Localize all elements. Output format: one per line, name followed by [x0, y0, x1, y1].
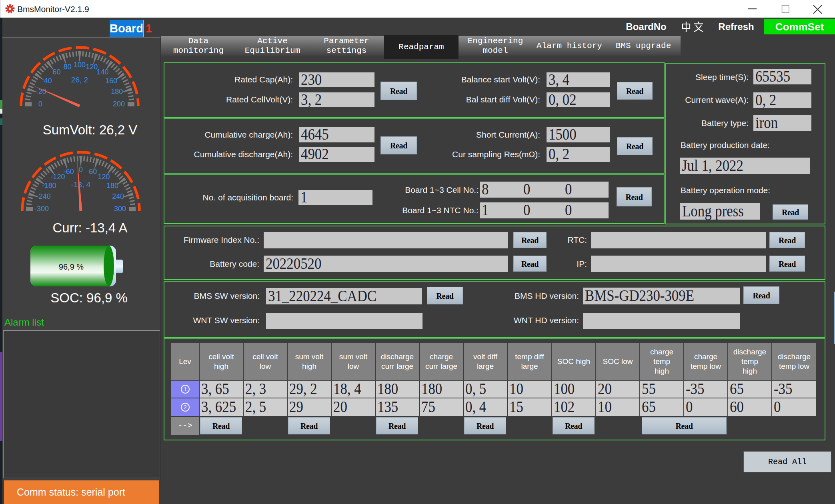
- svg-text:60: 60: [52, 68, 60, 76]
- svg-text:-120: -120: [50, 173, 65, 181]
- svg-text:-13, 4: -13, 4: [71, 180, 91, 189]
- svg-text:120: 120: [98, 173, 110, 181]
- svg-text:40: 40: [44, 77, 52, 85]
- svg-text:120: 120: [86, 63, 98, 71]
- svg-text:-60: -60: [64, 168, 74, 176]
- svg-text:180: 180: [106, 182, 118, 190]
- svg-text:20: 20: [38, 88, 46, 96]
- svg-text:100: 100: [74, 61, 86, 69]
- svg-text:60: 60: [89, 168, 97, 176]
- svg-text:-180: -180: [42, 182, 56, 190]
- svg-text:0: 0: [79, 166, 83, 174]
- svg-text:0: 0: [38, 100, 42, 108]
- svg-text:-240: -240: [36, 192, 51, 200]
- svg-text:-300: -300: [34, 205, 49, 213]
- svg-text:80: 80: [64, 63, 72, 71]
